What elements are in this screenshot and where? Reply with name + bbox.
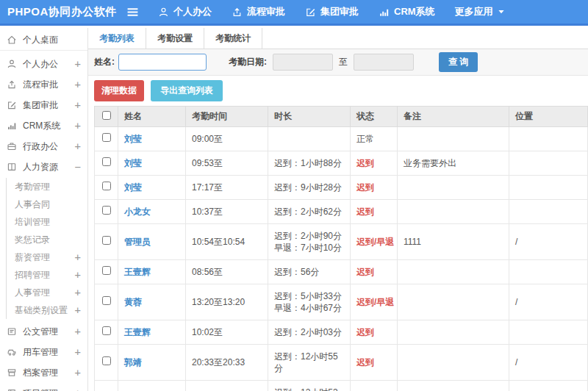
row-checkbox[interactable]	[102, 296, 111, 305]
employee-name-link[interactable]: 刘莹	[124, 182, 142, 193]
date-from-input[interactable]	[273, 54, 333, 71]
search-button[interactable]: 查 询	[439, 52, 478, 72]
attendance-table: 姓名考勤时间时长状态备注位置 刘莹09:00至正常刘莹09:53至迟到：1小时8…	[94, 106, 588, 391]
table-row: 刘莹17:17至迟到：9小时28分迟到	[95, 176, 588, 200]
sidebar-item-project-management[interactable]: 项目管理+	[0, 383, 87, 391]
duration-cell	[268, 127, 351, 151]
employee-name-link[interactable]: 黄蓉	[124, 297, 142, 307]
time-cell: 10:02至	[186, 320, 268, 345]
status-cell: 迟到	[351, 345, 398, 381]
action-buttons: 清理数据 导出查询列表	[88, 76, 588, 106]
sidebar-item-workflow-approval[interactable]: 流程审批+	[0, 74, 87, 95]
duration-cell: 迟到：1小时88分	[268, 151, 351, 176]
nav-personal-office[interactable]: 个人办公	[158, 5, 212, 18]
row-checkbox[interactable]	[102, 326, 111, 335]
name-cell: 小龙女	[118, 200, 186, 224]
row-checkbox[interactable]	[102, 266, 111, 275]
flow-icon	[7, 79, 18, 90]
nav-group-approval[interactable]: 集团审批	[305, 5, 359, 18]
clear-data-button[interactable]: 清理数据	[94, 80, 144, 101]
expand-plus-icon: +	[75, 99, 81, 111]
duration-cell: 迟到：2小时62分	[268, 200, 351, 224]
note-cell: 业务需要外出	[398, 151, 509, 176]
row-checkbox[interactable]	[102, 133, 111, 142]
nav-workflow-approval[interactable]: 流程审批	[232, 5, 285, 18]
sidebar-subitem-training-management[interactable]: 培训管理	[7, 213, 87, 231]
name-cell: 刘莹	[118, 176, 186, 200]
app-logo[interactable]: PHPOA协同办公软件	[0, 5, 126, 19]
sidebar-item-personal-desktop[interactable]: 个人桌面	[0, 29, 87, 51]
tab-attendance-statistics[interactable]: 考勤统计	[204, 28, 262, 49]
employee-name-link[interactable]: 刘莹	[124, 158, 142, 168]
row-checkbox[interactable]	[102, 206, 111, 215]
employee-name-link[interactable]: 管理员	[124, 237, 151, 247]
nav-more-apps[interactable]: 更多应用	[455, 5, 505, 18]
export-list-button[interactable]: 导出查询列表	[151, 80, 223, 101]
expand-plus-icon: +	[75, 58, 81, 70]
sidebar-subitem-attendance-management[interactable]: 考勤管理	[7, 178, 87, 196]
sidebar-subitem-base-category-settings[interactable]: 基础类别设置+	[7, 301, 87, 319]
sidebar-item-admin-office[interactable]: 行政办公+	[0, 136, 87, 157]
status-cell: 迟到	[351, 200, 398, 224]
time-cell: 20:32至20:32	[186, 381, 268, 391]
date-to-input[interactable]	[354, 54, 414, 71]
name-input[interactable]	[118, 54, 207, 71]
sidebar-item-archive-management[interactable]: 档案管理+	[0, 362, 87, 383]
sidebar-subitem-recruitment-management[interactable]: 招聘管理+	[7, 266, 87, 284]
name-cell: 郭靖	[118, 345, 186, 381]
time-cell: 09:53至	[186, 151, 268, 176]
sidebar-subitem-reward-punishment-record[interactable]: 奖惩记录	[7, 231, 87, 248]
name-cell: 刘莹	[118, 127, 186, 151]
status-cell: 迟到/早退	[351, 284, 398, 320]
sidebar-item-human-resources[interactable]: 人力资源−	[0, 157, 87, 177]
employee-name-link[interactable]: 王壹辉	[124, 327, 151, 337]
status-cell: 迟到	[351, 176, 398, 200]
row-checkbox[interactable]	[102, 236, 111, 245]
sidebar-item-label: 人力资源	[23, 161, 75, 173]
menu-icon[interactable]	[126, 7, 139, 18]
note-cell	[398, 345, 509, 381]
column-header: 状态	[351, 107, 398, 127]
name-cell: 管理员	[118, 224, 186, 260]
sidebar-item-personal-office[interactable]: 个人办公+	[0, 54, 87, 74]
attendance-table-wrap: 姓名考勤时间时长状态备注位置 刘莹09:00至正常刘莹09:53至迟到：1小时8…	[88, 106, 588, 391]
row-checkbox[interactable]	[102, 356, 111, 365]
table-row: 黄蓉13:20至13:20迟到：5小时33分早退：4小时67分迟到/早退/	[95, 284, 588, 320]
sidebar-subitem-personnel-contract[interactable]: 人事合同	[7, 196, 87, 213]
employee-name-link[interactable]: 王壹辉	[124, 267, 151, 277]
main-content: 考勤列表考勤设置考勤统计 姓名: 考勤日期: 至 查 询 清理数据 导出查询列表…	[88, 28, 588, 391]
duration-cell: 迟到：12小时55分	[268, 345, 351, 381]
location-cell	[509, 151, 588, 176]
sidebar-subitem-label: 考勤管理	[15, 181, 81, 193]
nav-crm-system[interactable]: CRM系统	[379, 5, 435, 18]
sidebar-item-vehicle-management[interactable]: 用车管理+	[0, 342, 87, 362]
expand-plus-icon: +	[75, 269, 81, 281]
table-row: 刘莹09:00至正常	[95, 127, 588, 151]
sidebar-subitem-salary-management[interactable]: 薪资管理+	[7, 248, 87, 266]
tab-attendance-settings[interactable]: 考勤设置	[146, 28, 204, 49]
column-header: 时长	[268, 107, 351, 127]
employee-name-link[interactable]: 刘莹	[124, 134, 142, 144]
location-cell	[509, 320, 588, 345]
user-icon	[7, 59, 18, 69]
sidebar: 个人桌面个人办公+流程审批+集团审批+CRM系统+行政办公+人力资源−考勤管理人…	[0, 28, 88, 391]
tab-attendance-list[interactable]: 考勤列表	[88, 28, 146, 49]
employee-name-link[interactable]: 小龙女	[124, 207, 151, 217]
employee-name-link[interactable]: 郭靖	[124, 357, 142, 367]
time-cell: 09:00至	[186, 127, 268, 151]
note-cell	[398, 260, 509, 284]
project-icon	[7, 388, 18, 391]
sidebar-item-group-approval[interactable]: 集团审批+	[0, 95, 87, 115]
select-all-checkbox[interactable]	[102, 111, 111, 120]
sidebar-subitem-label: 培训管理	[15, 216, 81, 229]
briefcase-icon	[7, 141, 18, 151]
sidebar-item-label: 个人桌面	[23, 34, 81, 46]
sidebar-item-crm-system[interactable]: CRM系统+	[0, 115, 87, 136]
row-checkbox[interactable]	[102, 182, 111, 190]
sidebar-item-document-management[interactable]: 公文管理+	[0, 321, 87, 342]
sidebar-subitem-personnel-management[interactable]: 人事管理+	[7, 284, 87, 301]
row-checkbox-cell	[95, 320, 118, 345]
note-cell	[398, 320, 509, 345]
row-checkbox[interactable]	[102, 157, 111, 166]
name-cell: 王壹辉	[118, 320, 186, 345]
